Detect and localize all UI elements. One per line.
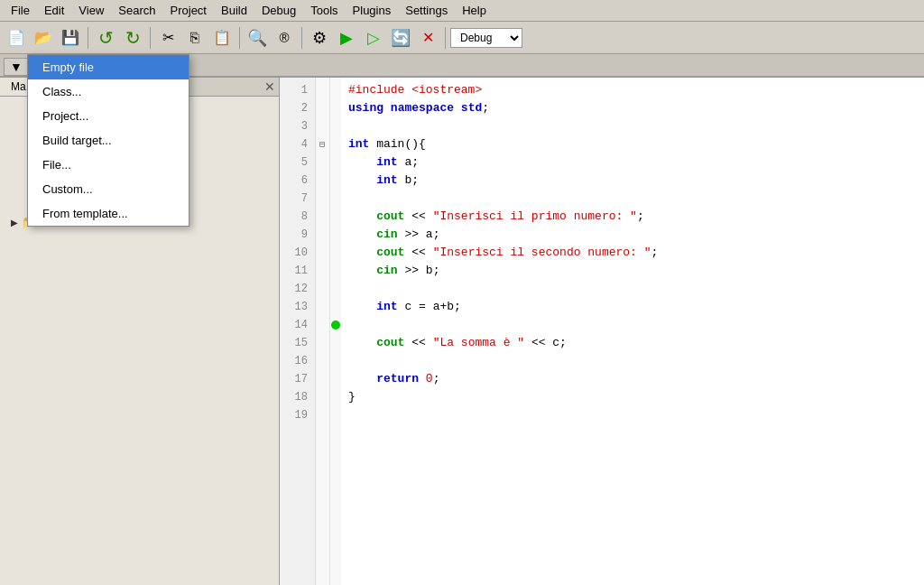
bp-13: [330, 298, 341, 316]
bp-6: [330, 172, 341, 190]
sidebar-close-button[interactable]: ✕: [264, 79, 275, 94]
menu-file[interactable]: File...: [28, 153, 189, 177]
bp-10: [330, 244, 341, 262]
bp-18: [330, 388, 341, 406]
bp-14[interactable]: [331, 320, 340, 330]
menu-build-target[interactable]: Build target...: [28, 128, 189, 153]
bp-5: [330, 153, 341, 172]
fold-marker-7: [316, 190, 328, 208]
code-line-5: int a;: [348, 153, 924, 172]
new-file-button[interactable]: 📄: [4, 25, 29, 51]
fold-marker-8: [316, 208, 328, 226]
code-line-18: }: [348, 388, 924, 406]
bp-11: [330, 262, 341, 280]
menu-tools[interactable]: Tools: [303, 2, 345, 19]
code-line-14: [348, 316, 924, 334]
code-editor[interactable]: 1 2 3 4 5 6 7 8 9 10 11 12 13 14 15 16 1…: [280, 78, 924, 585]
replace-button[interactable]: ®: [272, 25, 297, 51]
line-numbers: 1 2 3 4 5 6 7 8 9 10 11 12 13 14 15 16 1…: [280, 78, 316, 585]
bp-2: [330, 99, 341, 117]
new-file-dropdown: Empty file Class... Project... Build tar…: [27, 54, 189, 227]
code-line-8: cout << "Inserisci il primo numero: ";: [348, 208, 924, 226]
menu-project[interactable]: Project: [163, 2, 214, 19]
menu-view[interactable]: View: [71, 2, 111, 19]
toolbar-separator-3: [239, 27, 240, 49]
bp-8: [330, 208, 341, 226]
breakpoint-gutter: [330, 78, 341, 585]
bp-9: [330, 226, 341, 244]
save-button[interactable]: 💾: [58, 25, 83, 51]
copy-button[interactable]: ⎘: [182, 25, 208, 51]
fold-marker-6: [316, 172, 328, 190]
fold-marker-18: [316, 388, 328, 406]
menu-search[interactable]: Search: [111, 2, 162, 19]
code-line-6: int b;: [348, 172, 924, 190]
fold-marker-4[interactable]: ⊟: [316, 135, 328, 153]
code-line-15: cout << "La somma è " << c;: [348, 334, 924, 352]
menu-settings[interactable]: Settings: [398, 2, 455, 19]
fold-marker-10: [316, 244, 328, 262]
code-line-11: cin >> b;: [348, 262, 924, 280]
fold-marker-12: [316, 280, 328, 298]
code-line-7: [348, 190, 924, 208]
menu-project[interactable]: Project...: [28, 104, 189, 128]
menu-build[interactable]: Build: [214, 2, 254, 19]
menu-class[interactable]: Class...: [28, 79, 189, 104]
code-area: 1 2 3 4 5 6 7 8 9 10 11 12 13 14 15 16 1…: [280, 78, 924, 585]
fold-marker-5: [316, 153, 328, 172]
fold-marker-19: [316, 406, 328, 424]
bp-3: [330, 117, 341, 135]
bp-15: [330, 334, 341, 352]
code-line-3: [348, 117, 924, 135]
code-line-1: #include <iostream>: [348, 81, 924, 99]
fold-marker-11: [316, 262, 328, 280]
fold-gutter: ⊟: [316, 78, 330, 585]
toolbar-separator-1: [88, 27, 88, 49]
main-toolbar: 📄 📂 💾 ↺ ↻ ✂ ⎘ 📋 🔍 ® ⚙ ▶ ▷ 🔄 ✕ Debug Rele…: [0, 22, 924, 54]
tree-arrow-icon: ▶: [11, 218, 18, 228]
menu-from-template[interactable]: From template...: [28, 201, 189, 226]
fold-marker-16: [316, 352, 328, 370]
redo-button[interactable]: ↻: [120, 25, 145, 51]
undo-button[interactable]: ↺: [93, 25, 118, 51]
run-button[interactable]: ▶: [334, 25, 359, 51]
code-line-19: [348, 406, 924, 424]
code-line-10: cout << "Inserisci il secondo numero: ";: [348, 244, 924, 262]
code-line-4: int main(){: [348, 135, 924, 153]
code-line-13: int c = a+b;: [348, 298, 924, 316]
run-nodebug-button[interactable]: ▷: [361, 25, 386, 51]
cut-button[interactable]: ✂: [155, 25, 180, 51]
fold-marker-15: [316, 334, 328, 352]
menu-empty-file[interactable]: Empty file: [28, 55, 189, 79]
menu-help[interactable]: Help: [455, 2, 494, 19]
fold-marker-14: [316, 316, 328, 334]
menu-edit[interactable]: Edit: [37, 2, 71, 19]
fold-marker-17: [316, 370, 328, 388]
open-button[interactable]: 📂: [31, 25, 56, 51]
code-line-2: using namespace std;: [348, 99, 924, 117]
fold-marker-1: [316, 81, 328, 99]
menubar: File Edit View Search Project Build Debu…: [0, 0, 924, 22]
code-lines[interactable]: #include <iostream> using namespace std;…: [341, 78, 924, 585]
code-line-9: cin >> a;: [348, 226, 924, 244]
code-line-16: [348, 352, 924, 370]
menu-debug[interactable]: Debug: [254, 2, 303, 19]
code-line-17: return 0;: [348, 370, 924, 388]
paste-button[interactable]: 📋: [209, 25, 235, 51]
fold-marker-3: [316, 117, 328, 135]
fold-marker-13: [316, 298, 328, 316]
bp-17: [330, 370, 341, 388]
build-target-select[interactable]: Debug Release: [450, 28, 522, 48]
menu-custom[interactable]: Custom...: [28, 177, 189, 201]
search-button[interactable]: 🔍: [245, 25, 270, 51]
menu-file[interactable]: File: [4, 2, 37, 19]
code-line-12: [348, 280, 924, 298]
menu-plugins[interactable]: Plugins: [346, 2, 399, 19]
bp-12: [330, 280, 341, 298]
rebuild-button[interactable]: 🔄: [388, 25, 413, 51]
toolbar-separator-2: [150, 27, 151, 49]
settings-button[interactable]: ⚙: [307, 25, 332, 51]
tab-scroll-button[interactable]: ▼: [4, 58, 29, 76]
stop-button[interactable]: ✕: [415, 25, 440, 51]
fold-marker-2: [316, 99, 328, 117]
